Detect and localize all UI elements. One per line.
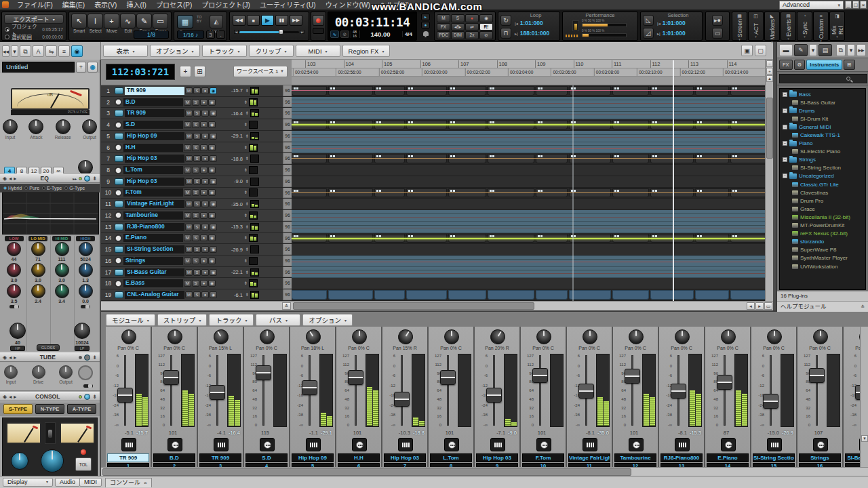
solo-button[interactable]: S	[193, 224, 201, 230]
scroll-down-button[interactable]: ▼	[861, 435, 868, 442]
close-icon[interactable]: ×	[144, 479, 147, 487]
arm-button[interactable]: ●	[200, 189, 208, 196]
track-row[interactable]: 5Hip Hop 09MS●◉-29.1⇟96	[101, 131, 292, 142]
strip-name[interactable]: E.Piano	[707, 453, 749, 462]
module-custom[interactable]: ≡Custom▾	[813, 12, 829, 41]
time-signature-display[interactable]: 4/4	[402, 31, 414, 37]
lp-button[interactable]: LP	[75, 346, 90, 351]
mute-button[interactable]: M	[184, 99, 191, 106]
expand-icon[interactable]: −	[783, 157, 787, 162]
trackview-menu-クリップ[interactable]: クリップ	[249, 45, 294, 57]
rms-pk-switch[interactable]	[45, 422, 56, 444]
band-level-knob[interactable]	[31, 284, 45, 298]
mute-button[interactable]: M	[185, 224, 193, 230]
menu-item[interactable]: プロセス(P)	[151, 0, 197, 10]
tree-plugin-item[interactable]: SI-String Section	[780, 164, 865, 172]
eq-type-option[interactable]: G-Type	[64, 186, 85, 190]
hscroll-thumb[interactable]	[293, 302, 534, 310]
zoom-tool-icon[interactable]: ▣	[741, 45, 753, 56]
arm-button[interactable]: ●	[201, 269, 209, 276]
track-name-field[interactable]: H.H	[123, 144, 183, 152]
input-echo-button[interactable]: ◉	[210, 224, 217, 230]
clip-lane[interactable]	[292, 119, 765, 131]
selection-end-icon[interactable]: ◿	[643, 28, 654, 39]
track-name-field[interactable]: E.Piano	[123, 234, 183, 242]
clip-lane[interactable]	[292, 153, 765, 165]
channel-strip[interactable]: Pan 15% R60-6-12-18-24-38-∞-10.3-18.8Hip…	[382, 327, 429, 469]
audio-clip[interactable]	[374, 290, 405, 300]
mute-button[interactable]: M	[185, 133, 193, 140]
selection-start-value[interactable]: |◂1:01:000	[657, 20, 700, 28]
loop-toggle-icon[interactable]: ↻	[500, 15, 511, 26]
input-echo-button[interactable]: ◉	[208, 235, 216, 241]
clip-lane[interactable]	[292, 278, 765, 289]
console-power-button[interactable]	[84, 394, 90, 400]
channel-strip[interactable]: Pan 0% C60-6-12-18-24-38-∞-5.1-15.7TR 90…	[106, 327, 152, 469]
solo-button[interactable]: S	[193, 291, 201, 298]
draw-resolution-dropdown[interactable]: 1/8	[134, 30, 169, 39]
collapse-icon[interactable]: ⇟	[92, 354, 97, 361]
track-name-field[interactable]: SI-Bass Guitar	[125, 268, 184, 277]
console-hscroll-thumb[interactable]	[102, 468, 631, 476]
volume-fader[interactable]	[210, 385, 225, 400]
chevron-down-icon[interactable]: ▾	[847, 44, 855, 56]
audio-clip[interactable]	[612, 290, 649, 300]
dock-icon[interactable]: ⧉	[836, 44, 846, 56]
mute-button[interactable]: M	[184, 167, 191, 174]
expand-icon[interactable]: −	[783, 108, 787, 113]
zoom-out-button[interactable]: −	[766, 60, 773, 67]
console-vscrollbar[interactable]: ▼	[860, 327, 868, 469]
track-row[interactable]: 16StringsMS●◉⇟96	[101, 256, 292, 267]
band-freq-knob[interactable]	[79, 242, 93, 256]
pan-knob[interactable]	[444, 329, 459, 344]
arm-button[interactable]: ●	[201, 201, 209, 207]
fader-track[interactable]	[447, 355, 449, 426]
prochannel-power-button[interactable]: ◉	[87, 62, 98, 73]
track-name-field[interactable]: TR 909	[125, 109, 184, 117]
track-name-field[interactable]: L.Tom	[123, 166, 183, 174]
menu-item[interactable]: 挿入(I)	[121, 0, 151, 10]
channel-strip[interactable]: Pan 18% L60-6-12-18-24-38-∞-1.1-29.1Hip …	[290, 327, 336, 469]
channel-strip[interactable]: Pan 0% C127112968064483216087E.Piano14	[705, 327, 751, 469]
arm-button[interactable]: ●	[200, 235, 208, 241]
mute-button[interactable]: M	[185, 246, 193, 253]
trim-knob[interactable]	[11, 452, 28, 470]
tree-folder[interactable]: −Bass	[780, 90, 865, 98]
volume-fader[interactable]	[855, 385, 860, 400]
tree-plugin-item[interactable]: UVIWorkstation	[780, 262, 865, 270]
window-restore-button[interactable]: □	[852, 1, 859, 9]
notification-bell-icon[interactable]	[423, 31, 429, 36]
solo-button[interactable]: S	[193, 246, 201, 253]
arm-button[interactable]: ●	[201, 110, 209, 117]
volume-fader[interactable]	[394, 392, 410, 407]
fader-track[interactable]	[170, 355, 172, 426]
tree-plugin-item[interactable]: SI-Drum Kit	[780, 115, 865, 123]
clip-lane[interactable]	[292, 85, 765, 97]
window-close-button[interactable]: ×	[860, 1, 867, 9]
console-menu-バス[interactable]: バス	[256, 314, 300, 326]
input-echo-button[interactable]: ◉	[208, 189, 216, 196]
fader-track[interactable]	[631, 355, 633, 426]
strip-name[interactable]: RJ8-Piano800	[660, 453, 703, 462]
track-name-field[interactable]: SI-String Section	[125, 245, 184, 253]
tree-plugin-item[interactable]: Drum Pro	[780, 197, 865, 205]
module-markers[interactable]: ◣Markers▾	[764, 12, 780, 41]
mute-button[interactable]: M	[185, 155, 193, 162]
edit-tool-button[interactable]: ∿	[120, 14, 136, 28]
tree-plugin-item[interactable]: Clavestinas	[780, 188, 865, 197]
snap-grid-button[interactable]: ▦	[177, 15, 193, 28]
mute-button[interactable]: M	[184, 280, 191, 287]
solo-button[interactable]: S	[193, 155, 201, 162]
solo-button[interactable]: S	[193, 201, 201, 207]
audio-clip[interactable]	[569, 290, 611, 300]
toggle-fx[interactable]: FX	[437, 23, 450, 31]
toggle-m[interactable]: M	[437, 14, 450, 22]
pause-button[interactable]: ▮▮	[275, 15, 288, 26]
stop-button[interactable]: ■	[247, 15, 260, 26]
channel-strip[interactable]: Pan 0% C1271129680644832160107Strings16	[797, 327, 844, 469]
module-mix-rcl[interactable]: ◨Mix Rcl▾	[829, 12, 845, 41]
module-act[interactable]: ◫ACT▾	[748, 12, 764, 41]
track-row[interactable]: 9Hip Hop 03MS●◉-9.0⇟96	[101, 176, 292, 188]
tree-folder[interactable]: −General MIDI	[780, 123, 865, 131]
hp-button[interactable]: HP	[10, 346, 25, 351]
